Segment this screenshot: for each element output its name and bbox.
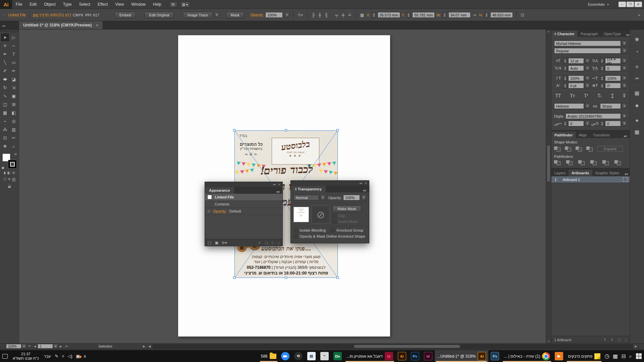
kashida-dropdown[interactable]: ▼ [585, 121, 590, 126]
next-artboard-icon[interactable]: ▶ [58, 345, 63, 348]
eraser-tool[interactable]: ◪ [9, 75, 18, 83]
width-tool[interactable]: ∿ [1, 92, 9, 100]
gradient-tool[interactable]: ◧ [9, 109, 18, 117]
menu-view[interactable]: View [112, 0, 128, 9]
selection-handle-nw[interactable] [233, 129, 235, 131]
leading-field[interactable]: (14.4 pt) [605, 58, 621, 64]
visibility-eye-icon[interactable]: ⊙ [207, 209, 210, 214]
control-panel-menu-icon[interactable]: » [637, 13, 641, 17]
menu-type[interactable]: Type [59, 0, 75, 9]
free-transform-tool[interactable]: ▣ [9, 92, 18, 100]
scroll-down-icon[interactable]: ▼ [546, 340, 551, 343]
transparency-panel[interactable]: ◂◂ ✕ ◊ Transparency ▾≡ Normal ▼ Opacity:… [290, 180, 369, 243]
character-rotation-field[interactable]: 0° [605, 83, 621, 88]
taskbar-chrome-task[interactable]: (1) עזרה - באילוס | ... [501, 350, 552, 362]
tab-artboards[interactable]: Artboards [569, 170, 592, 176]
tab-layers[interactable]: Layers [551, 170, 569, 176]
taskbar-illustrator-task-active[interactable]: ...Untitled-1* @ 318% Ai [435, 350, 489, 362]
exclude-icon[interactable] [586, 146, 593, 152]
selection-handle-s[interactable] [285, 277, 287, 279]
menu-window[interactable]: Window [127, 0, 149, 9]
drag-dots[interactable]: '''''''' [634, 84, 640, 87]
speaker-icon[interactable]: ◁) [66, 354, 74, 359]
selection-handle-ne[interactable] [336, 129, 339, 131]
kashida-field[interactable]: 0 [568, 121, 584, 126]
taskbar-misc-app[interactable]: ☕ [318, 350, 331, 362]
collapse-tabs-icon[interactable]: ◂◂ [0, 22, 19, 29]
strikethrough-icon[interactable]: T [623, 94, 626, 98]
horizontal-scrollbar[interactable] [153, 344, 633, 349]
digits-dropdown[interactable]: ▼ [622, 113, 627, 119]
close-tab-icon[interactable]: ✕ [96, 23, 98, 27]
taskbar-indesign-pinned[interactable]: Id [422, 350, 435, 362]
panel-drag-dots[interactable]: '''''''' [205, 246, 282, 248]
appearance-row-opacity[interactable]: ⊙ Opacity: Default [205, 208, 282, 215]
lasso-tool[interactable]: ∽ [9, 42, 18, 50]
movie-editor-icon[interactable]: ⊟ [620, 353, 627, 359]
show-hidden-icons-chevron[interactable]: ∧ [82, 354, 88, 359]
h-field[interactable]: 48.653 mm [490, 12, 513, 18]
leading-stepper[interactable]: ▲▼ [600, 58, 604, 64]
pen-settings-icon[interactable]: ✎ [53, 354, 60, 359]
character-rotation-dropdown[interactable]: ▼ [622, 83, 627, 88]
none-mode-button[interactable]: ⊘ [12, 171, 15, 175]
taskbar-indesign-task[interactable]: דאבל אא אופטיק.in... Id [344, 350, 395, 362]
shape-builder-tool[interactable]: ◫ [1, 100, 9, 109]
canvas[interactable]: בס"ד כל המוצרים בהשגחת הבד"ץ ❧❦❧ בלבוסטע… [19, 29, 546, 343]
drag-dots[interactable]: '''''''' [634, 31, 640, 34]
tab-paragraph[interactable]: Paragraph [578, 31, 601, 37]
kashida-stepper[interactable]: ▲▼ [563, 121, 567, 126]
direct-selection-tool[interactable]: ▷ [9, 33, 18, 42]
blend-mode-select[interactable]: Normal [293, 195, 319, 200]
draw-normal-button[interactable]: ▢ [3, 177, 6, 182]
taskbar-clock[interactable]: 21:37 כ"ח שבט תשפ"א [10, 352, 42, 361]
menu-file[interactable]: File [12, 0, 26, 9]
embed-button[interactable]: Embed [115, 12, 136, 18]
color-panel-icon[interactable]: ✾ [632, 35, 642, 44]
alarm-clock-icon[interactable]: ◷ [603, 353, 611, 360]
panel-menu-icon[interactable]: ▾≡ [361, 189, 369, 192]
kerning-field[interactable]: Auto [568, 65, 584, 71]
artboard-name[interactable]: Artboard 1 [560, 178, 623, 182]
all-caps-icon[interactable]: TT [555, 94, 561, 98]
taskbar-photoshop-pinned[interactable]: Ps [409, 350, 422, 362]
scroll-left-icon[interactable]: ◀ [147, 345, 152, 348]
horizontal-scale-dropdown[interactable]: ▼ [622, 75, 627, 81]
new-artboard-icon[interactable]: ❏ [618, 338, 621, 342]
brushes-panel-icon[interactable]: ✑ [632, 74, 642, 83]
tab-opentype[interactable]: OpenType [601, 31, 624, 37]
close-panel-icon[interactable]: ✕ [365, 182, 367, 185]
tracking-dropdown[interactable]: ▼ [622, 65, 627, 71]
add-stroke-icon[interactable]: ▢ [208, 241, 211, 245]
close-button[interactable]: ✕ [635, 2, 642, 7]
language-dropdown[interactable]: ▼ [585, 103, 590, 109]
y-stepper[interactable]: ▲▼ [407, 12, 411, 18]
selection-handle-se[interactable] [336, 277, 339, 279]
image-trace-button[interactable]: Image Trace [183, 12, 213, 18]
pen-tool[interactable]: ✒ [1, 50, 9, 58]
hand-tool[interactable]: ✥ [1, 142, 9, 150]
underline-icon[interactable]: T [611, 94, 614, 98]
appearance-tab[interactable]: Appearance [205, 187, 234, 194]
w-field[interactable]: 34.07 mm [448, 12, 471, 18]
kerning-dropdown[interactable]: ▼ [585, 65, 590, 71]
tracking-stepper[interactable]: ▲▼ [600, 65, 604, 71]
graphic-styles-panel-icon[interactable]: ♠ [632, 115, 642, 125]
baseline-shift-stepper[interactable]: ▲▼ [563, 83, 567, 88]
stroke-color-swatch[interactable] [8, 160, 17, 169]
rectangle-tool[interactable]: ▭ [9, 58, 18, 67]
link-dimensions-icon[interactable]: ∾ [472, 13, 478, 17]
linked-filename[interactable]: רבע בלבוסטע מרציני.jpg [33, 13, 71, 17]
crop-icon[interactable] [590, 160, 597, 165]
language-indicator[interactable]: עבר [42, 350, 53, 362]
anchor-point-toggle-icon[interactable]: ⟐▾ [297, 13, 304, 17]
add-effect-fx-icon[interactable]: fx▾ [222, 241, 227, 245]
menu-effect[interactable]: Effect [94, 0, 111, 9]
x-field[interactable]: 35.573 mm [378, 12, 400, 18]
outline-icon[interactable] [602, 160, 609, 165]
taskbar-spiral-app[interactable]: ⟲ [292, 350, 305, 362]
resize-grip-icon[interactable]: ◿ [277, 241, 280, 245]
drag-dots[interactable]: '''''''' [634, 111, 640, 114]
paintbrush-tool[interactable]: ✐ [1, 67, 9, 75]
menu-edit[interactable]: Edit [26, 0, 40, 9]
